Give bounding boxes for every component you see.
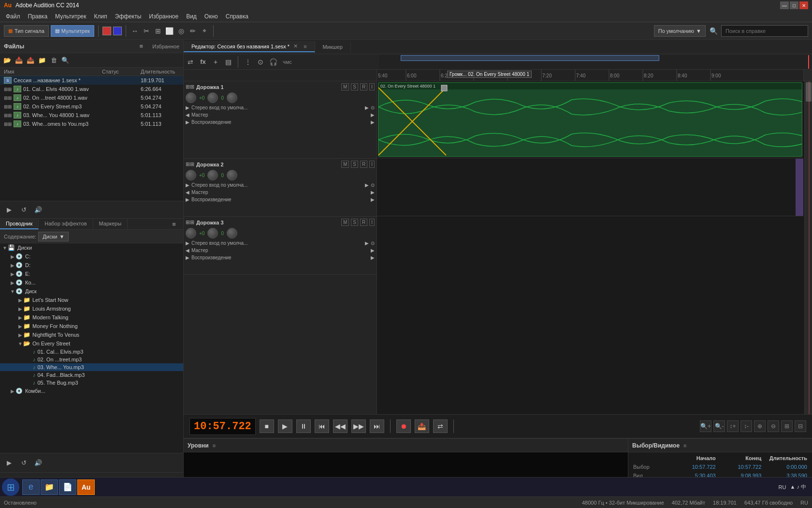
track3-send-extra-icon[interactable]: ⊙	[371, 240, 375, 246]
menu-edit[interactable]: Правка	[24, 12, 52, 21]
scrub-tool-icon[interactable]: ⌖	[200, 26, 209, 36]
track1-audio-clip[interactable]: 02. On Every Street 48000 1	[378, 82, 802, 157]
tree-file-05[interactable]: ♪ 05. The Bug.mp3	[0, 379, 183, 387]
explorer-play-icon[interactable]: ▶	[4, 458, 14, 468]
track3-playback-row[interactable]: ▶ Воспроизведение ▶	[186, 254, 375, 261]
tree-folder-armstrong[interactable]: ▶ 📁 Louis Armstrong	[0, 304, 183, 313]
zoom-out-time-icon[interactable]: 🔍-	[713, 420, 725, 432]
track3-playback-expand-icon[interactable]: ▶	[186, 255, 189, 260]
zoom-full-icon[interactable]: ⊞	[781, 420, 793, 432]
track3-expand-icon[interactable]: ⊞⊞	[186, 219, 194, 225]
track1-input-row[interactable]: ▶ Стерео вход по умолча... ▶ ⊙	[186, 104, 375, 111]
track3-extra-knob[interactable]	[227, 228, 237, 239]
track3-input-btn[interactable]: I	[369, 219, 375, 226]
zoom-sel-icon[interactable]: ⊟	[795, 420, 806, 432]
file-row-2[interactable]: ⊞⊞ ♪ 02. On Every Street.mp3 5:04.274	[0, 102, 183, 111]
track2-send-extra-icon[interactable]: ⊙	[371, 182, 375, 188]
color-tool-2[interactable]	[113, 27, 122, 35]
tab-markers[interactable]: Маркеры	[93, 219, 128, 229]
delete-file-icon[interactable]: 🗑	[48, 55, 59, 66]
track1-solo-btn[interactable]: S	[351, 83, 358, 90]
tree-folder-moneyfornothing[interactable]: ▶ 📁 Money For Nothing	[0, 322, 183, 330]
selection-menu-icon[interactable]: ≡	[683, 443, 686, 448]
go-start-btn[interactable]: ⏮	[315, 419, 329, 433]
file-row-4[interactable]: ⊞⊞ ♪ 03. Whe...omes to You.mp3 5:01.113	[0, 120, 183, 128]
slip-tool-icon[interactable]: ⊞	[153, 26, 163, 36]
pencil-tool-icon[interactable]: ✏	[188, 26, 198, 36]
play-btn[interactable]: ▶	[278, 419, 292, 433]
track2-expand-icon[interactable]: ⊞⊞	[186, 161, 194, 167]
tree-file-02[interactable]: ♪ 02. On ...treet.mp3	[0, 356, 183, 363]
zoom-in-amp-icon[interactable]: ↕+	[727, 420, 739, 432]
explorer-loop-icon[interactable]: ↺	[18, 458, 29, 468]
track2-rec-btn[interactable]: R	[360, 161, 367, 168]
search-icon[interactable]: 🔍	[709, 26, 718, 36]
tree-folder-onEveryStreet[interactable]: ▼ 📂 On Every Street	[0, 339, 183, 348]
menu-multitrack[interactable]: Мультитрек	[51, 12, 90, 21]
move-tool-icon[interactable]: ↔	[130, 26, 140, 36]
track2-mute-btn[interactable]: M	[341, 161, 349, 168]
sync-icon[interactable]: ⇄	[186, 57, 195, 67]
content-dropdown[interactable]: Диски ▼	[38, 232, 69, 241]
track2-master-expand-icon[interactable]: ▶	[371, 190, 375, 195]
sel-row0-start[interactable]: 10:57.722	[672, 463, 717, 471]
menu-clip[interactable]: Клип	[90, 12, 111, 21]
tree-item-disk-main[interactable]: ▼ 💿 Диск	[0, 287, 183, 296]
tree-file-03[interactable]: ♪ 03. Whe... You.mp3	[0, 363, 183, 371]
file-row-session[interactable]: S Сессия ...название 1.sesx * 18:19.701	[0, 76, 183, 85]
minimize-button[interactable]: —	[780, 1, 789, 9]
file-row-0[interactable]: ⊞⊞ ♪ 01. Cal... Elvis 48000 1.wav 6:26.6…	[0, 85, 183, 93]
track1-input-btn[interactable]: I	[369, 83, 375, 90]
track2-extra-knob[interactable]	[227, 170, 237, 180]
menu-favorites[interactable]: Избранное	[145, 12, 182, 21]
maximize-button[interactable]: □	[790, 1, 798, 9]
tree-item-e[interactable]: ▶ 💿 E:	[0, 269, 183, 278]
pause-btn[interactable]: ⏸	[296, 419, 311, 433]
tree-item-d[interactable]: ▶ 💿 D:	[0, 261, 183, 269]
track3-solo-btn[interactable]: S	[351, 219, 358, 226]
go-end-btn[interactable]: ⏭	[370, 419, 384, 433]
track1-output-row[interactable]: ◀ Мастер ▶	[186, 111, 375, 119]
close-button[interactable]: ✕	[799, 1, 808, 9]
track2-playback-expand2-icon[interactable]: ▶	[371, 197, 375, 202]
explorer-volume-icon[interactable]: 🔊	[33, 458, 44, 468]
headphones-icon[interactable]: 🎧	[268, 57, 278, 67]
tree-file-01[interactable]: ♪ 01. Cal... Elvis.mp3	[0, 348, 183, 356]
close-session-tab-icon[interactable]: ✕	[293, 43, 298, 49]
tree-item-ko[interactable]: ▶ 💿 Ко...	[0, 278, 183, 287]
track3-master-expand-icon[interactable]: ▶	[371, 248, 375, 253]
track3-mute-btn[interactable]: M	[341, 219, 349, 226]
ruler-ticks[interactable]: 5:40 6:00 6:20 6:40 7:00 7:20 7:40	[377, 70, 803, 81]
sync2-icon[interactable]: ⊙	[256, 57, 265, 67]
track2-input-btn[interactable]: I	[369, 161, 375, 168]
fwd-btn[interactable]: ▶▶	[351, 419, 366, 433]
file-row-3[interactable]: ⊞⊞ ♪ 03. Whe... You 48000 1.wav 5:01.113	[0, 111, 183, 120]
track1-pan-knob[interactable]	[207, 92, 218, 103]
tree-item-kombi[interactable]: ▶ 💿 Комби...	[0, 387, 183, 395]
track3-pan-knob[interactable]	[207, 228, 218, 239]
play-preview-icon[interactable]: ▶	[4, 205, 14, 215]
default-dropdown[interactable]: По умолчанию ▼	[654, 25, 706, 37]
editor-tab-session[interactable]: Редактор: Сессия без названия 1.sesx * ✕…	[184, 41, 315, 52]
levels-menu-icon[interactable]: ≡	[213, 443, 216, 448]
track1-send-extra-icon[interactable]: ⊙	[371, 105, 375, 110]
rew-btn[interactable]: ◀◀	[333, 419, 348, 433]
tracks-scrollbar[interactable]	[804, 81, 812, 414]
track2-pan-knob[interactable]	[207, 170, 218, 180]
track3-playback-expand2-icon[interactable]: ▶	[371, 255, 375, 260]
sel-row0-duration[interactable]: 0:00.000	[763, 463, 808, 471]
volume-icon[interactable]: 🔊	[33, 205, 44, 215]
open-file-icon[interactable]: 📂	[2, 55, 13, 66]
import-icon[interactable]: 📥	[14, 55, 24, 66]
search-files-icon[interactable]: 🔍	[60, 55, 71, 66]
help-search-input[interactable]	[721, 25, 808, 37]
viewport-indicator[interactable]	[401, 55, 659, 61]
menu-help[interactable]: Справка	[222, 12, 252, 21]
add-track-icon[interactable]: +	[211, 57, 220, 67]
file-row-1[interactable]: ⊞⊞ ♪ 02. On ...treet 48000 1.wav 5:04.27…	[0, 93, 183, 102]
start-button[interactable]: ⊞	[2, 478, 19, 496]
editor-tab-mixer[interactable]: Микшер	[315, 42, 351, 52]
explorer-menu-icon[interactable]: ≡	[169, 219, 179, 229]
track1-mute-btn[interactable]: M	[341, 83, 349, 90]
ie-taskbar-btn[interactable]: e	[22, 479, 40, 495]
